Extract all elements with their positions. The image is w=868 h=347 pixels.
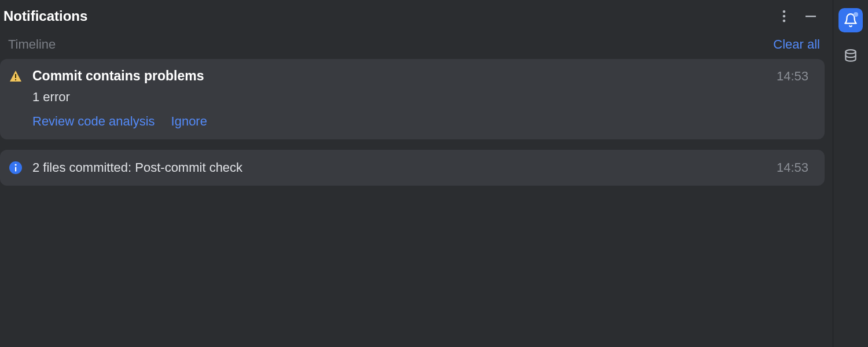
minimize-icon [805,10,816,22]
notification-header-row: 2 files committed: Post-commit check 14:… [8,160,808,175]
timeline-label: Timeline [8,37,56,52]
review-code-analysis-link[interactable]: Review code analysis [32,114,155,129]
svg-rect-3 [806,16,816,17]
svg-point-1 [783,15,786,18]
right-tool-rail [833,0,868,347]
svg-rect-5 [15,79,16,80]
svg-point-9 [845,50,855,54]
svg-point-8 [15,164,17,165]
notification-list: Commit contains problems 14:53 1 error R… [0,59,833,186]
ignore-link[interactable]: Ignore [171,114,207,129]
panel-title: Notifications [3,8,87,24]
panel-actions [777,9,826,23]
svg-rect-4 [15,74,16,78]
notification-item[interactable]: Commit contains problems 14:53 1 error R… [0,59,825,139]
more-options-button[interactable] [777,9,791,23]
notification-dot-icon [854,12,858,17]
warning-icon [8,69,23,84]
info-icon [8,160,23,175]
notification-message: 2 files committed: Post-commit check [32,160,767,175]
notifications-panel: Notifications Timeline Clear al [0,0,833,347]
svg-point-2 [783,20,786,23]
notification-time: 14:53 [777,160,808,175]
notification-item[interactable]: 2 files committed: Post-commit check 14:… [0,150,825,186]
notification-time: 14:53 [777,69,808,84]
notification-actions: Review code analysis Ignore [8,110,808,129]
svg-point-0 [783,10,786,13]
rail-notifications-button[interactable] [838,8,863,32]
rail-database-button[interactable] [838,44,863,68]
svg-rect-7 [15,167,16,172]
panel-header: Notifications [0,0,833,37]
database-icon [843,49,858,64]
notification-title: Commit contains problems [32,68,767,84]
notifications-subheader: Timeline Clear all [0,37,833,59]
minimize-button[interactable] [804,9,818,23]
notification-header-row: Commit contains problems 14:53 [8,68,808,84]
more-vertical-icon [782,10,786,23]
notification-detail: 1 error [8,90,808,105]
clear-all-button[interactable]: Clear all [773,37,820,52]
